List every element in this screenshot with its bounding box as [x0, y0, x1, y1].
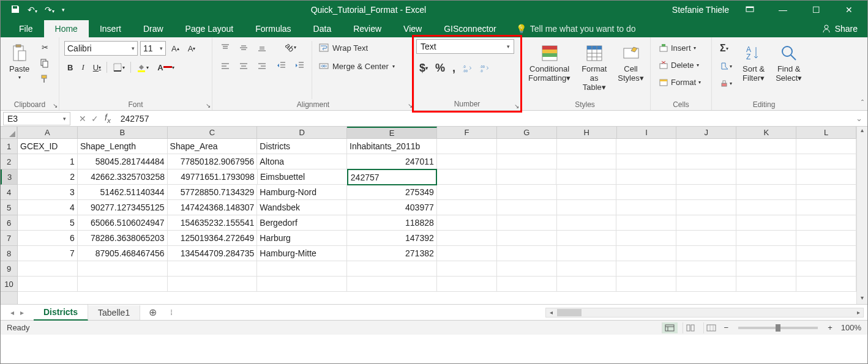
- cell[interactable]: [436, 169, 496, 185]
- zoom-out-icon[interactable]: −: [724, 323, 729, 332]
- column-header[interactable]: I: [617, 127, 677, 138]
- tab-split-handle[interactable]: ⁞: [165, 308, 175, 317]
- grow-font-icon[interactable]: A▴: [168, 42, 182, 55]
- cell[interactable]: [557, 215, 617, 231]
- cell[interactable]: [557, 154, 617, 169]
- cell[interactable]: [496, 169, 556, 185]
- add-sheet-icon[interactable]: ⊕: [140, 304, 165, 321]
- page-layout-view-icon[interactable]: [683, 322, 698, 333]
- cell[interactable]: [497, 261, 557, 277]
- redo-icon[interactable]: ↷▾: [45, 5, 54, 15]
- underline-button[interactable]: U ▾: [90, 61, 104, 74]
- cell[interactable]: Inhabitants_2011b: [347, 139, 437, 154]
- cell[interactable]: [437, 215, 497, 231]
- cell[interactable]: [557, 246, 617, 261]
- cell[interactable]: [736, 169, 796, 185]
- cell[interactable]: 51462.51140344: [78, 185, 168, 200]
- cell-styles-button[interactable]: CellStyles▾: [614, 41, 647, 85]
- fill-color-icon[interactable]: ▾: [133, 61, 152, 74]
- cell[interactable]: Hamburg-Mitte: [257, 246, 347, 261]
- row-header[interactable]: 8: [1, 246, 17, 261]
- cell[interactable]: 118828: [347, 215, 437, 231]
- cell[interactable]: Harburg: [257, 231, 347, 246]
- row-header[interactable]: 3: [1, 169, 17, 185]
- cell[interactable]: [78, 261, 168, 277]
- select-all-corner[interactable]: [1, 127, 17, 139]
- align-top-icon[interactable]: [217, 41, 233, 54]
- cell[interactable]: 90277.1273455125: [78, 200, 168, 215]
- cell[interactable]: [556, 169, 616, 185]
- tell-me-search[interactable]: 💡 Tell me what you want to do: [507, 20, 645, 37]
- formula-input[interactable]: 242757: [116, 114, 851, 124]
- cell[interactable]: [676, 261, 736, 277]
- percent-button[interactable]: %: [432, 60, 448, 76]
- cell[interactable]: [616, 169, 676, 185]
- cell[interactable]: [736, 200, 796, 215]
- cell[interactable]: GCEX_ID: [18, 139, 78, 154]
- clear-icon[interactable]: ▾: [717, 76, 735, 90]
- zoom-slider[interactable]: [738, 327, 818, 329]
- horizontal-scrollbar[interactable]: ◂ ▸: [545, 308, 864, 318]
- cell[interactable]: [736, 215, 796, 231]
- minimize-icon[interactable]: —: [771, 5, 795, 15]
- column-header[interactable]: K: [736, 127, 796, 138]
- ribbon-options-icon[interactable]: [738, 4, 762, 16]
- decrease-decimal-icon[interactable]: .00.0: [477, 62, 493, 75]
- cell[interactable]: [347, 277, 437, 292]
- column-header[interactable]: D: [257, 127, 347, 138]
- format-cells-button[interactable]: Format▾: [656, 75, 704, 89]
- cell[interactable]: 2: [18, 169, 78, 185]
- align-right-icon[interactable]: [254, 59, 270, 73]
- cell[interactable]: 57728850.7134329: [168, 185, 258, 200]
- cell[interactable]: [497, 139, 557, 154]
- cell[interactable]: [676, 231, 736, 246]
- row-header[interactable]: 6: [1, 215, 17, 231]
- column-header[interactable]: A: [18, 127, 78, 138]
- cell[interactable]: Eimsbuettel: [258, 169, 348, 185]
- number-dialog-launcher-icon[interactable]: ↘: [514, 103, 519, 110]
- cell[interactable]: [676, 169, 736, 185]
- cell[interactable]: [616, 200, 676, 215]
- cell[interactable]: [257, 277, 347, 292]
- cell[interactable]: [557, 200, 617, 215]
- save-icon[interactable]: [10, 4, 20, 16]
- cell[interactable]: 242757: [347, 169, 437, 185]
- cell[interactable]: 1: [18, 154, 78, 169]
- cell[interactable]: [736, 185, 796, 200]
- cell[interactable]: 49771651.1793098: [168, 169, 258, 185]
- cell[interactable]: 247011: [347, 154, 437, 169]
- cell[interactable]: [437, 231, 497, 246]
- normal-view-icon[interactable]: [662, 322, 678, 333]
- merge-center-button[interactable]: Merge & Center ▾: [316, 59, 398, 73]
- cell[interactable]: Districts: [257, 139, 347, 154]
- column-header[interactable]: E: [347, 127, 437, 138]
- column-header[interactable]: F: [437, 127, 497, 138]
- cell[interactable]: [78, 277, 168, 292]
- sheet-tab-tabelle1[interactable]: Tabelle1: [88, 305, 140, 320]
- cell[interactable]: [736, 154, 796, 169]
- cell[interactable]: [497, 277, 557, 292]
- row-header[interactable]: 5: [1, 200, 17, 215]
- sheet-tab-districts[interactable]: Districts: [34, 305, 88, 321]
- cell[interactable]: [676, 246, 736, 261]
- comma-style-button[interactable]: ,: [449, 60, 458, 76]
- cell[interactable]: [497, 185, 557, 200]
- tab-file[interactable]: File: [8, 20, 44, 37]
- cell[interactable]: [437, 277, 497, 292]
- align-middle-icon[interactable]: [236, 41, 252, 54]
- column-header[interactable]: B: [78, 127, 168, 138]
- cell[interactable]: [676, 277, 736, 292]
- tab-review[interactable]: Review: [342, 20, 392, 37]
- insert-cells-button[interactable]: Insert▾: [656, 41, 699, 54]
- cell[interactable]: [497, 154, 557, 169]
- cell[interactable]: 3: [18, 185, 78, 200]
- undo-icon[interactable]: ↶▾: [28, 5, 37, 15]
- row-header[interactable]: 7: [1, 231, 17, 246]
- cell[interactable]: [168, 261, 258, 277]
- scroll-up-icon[interactable]: ▴: [857, 127, 867, 136]
- cell[interactable]: [557, 231, 617, 246]
- cell[interactable]: [437, 246, 497, 261]
- cell[interactable]: [437, 185, 497, 200]
- paste-button[interactable]: Paste ▾: [6, 41, 33, 83]
- cell[interactable]: [437, 200, 497, 215]
